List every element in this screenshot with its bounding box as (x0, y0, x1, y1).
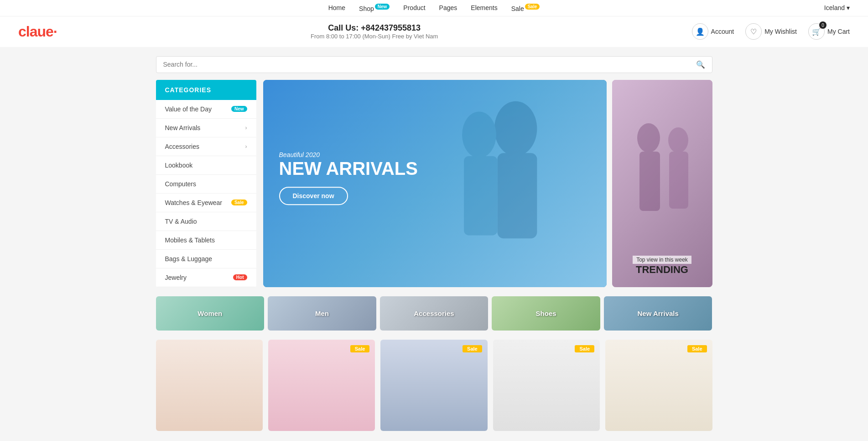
side-banner-title: TRENDING (612, 264, 712, 276)
chevron-right-icon: › (245, 125, 247, 131)
search-input[interactable] (163, 61, 696, 68)
svg-rect-3 (464, 156, 497, 236)
svg-rect-7 (669, 152, 688, 209)
product-card[interactable]: Sale (268, 340, 375, 431)
category-tile-shoes[interactable]: Shoes (492, 296, 600, 331)
header-actions: 👤 Account ♡ My Wishlist 🛒 0 My Cart (692, 23, 850, 40)
main-content: 🔍 CATEGORIES Value of the Day New New Ar… (147, 47, 722, 440)
category-tile-women[interactable]: Women (156, 296, 265, 331)
sidebar-item-label: Bags & Luggage (165, 255, 213, 262)
jewelry-hot-badge: Hot (233, 274, 247, 280)
side-banner-subtitle: Top view in this week (633, 256, 691, 264)
sidebar-item-label: Jewelry (165, 274, 187, 281)
product-card[interactable] (156, 340, 263, 431)
cart-button[interactable]: 🛒 0 My Cart (808, 23, 850, 40)
sidebar-item-mobiles[interactable]: Mobiles & Tablets (156, 231, 256, 250)
svg-rect-5 (639, 152, 660, 211)
category-tile-label: Accessories (414, 310, 454, 317)
sidebar-item-accessories[interactable]: Accessories › (156, 137, 256, 156)
sidebar-item-label: Computers (165, 180, 196, 188)
sale-badge: Sale (350, 345, 370, 352)
nav-shop[interactable]: ShopNew (359, 4, 390, 12)
svg-point-2 (462, 111, 496, 158)
sidebar-item-computers[interactable]: Computers (156, 175, 256, 194)
category-tile-label: Shoes (536, 310, 556, 317)
discover-now-button[interactable]: Discover now (279, 187, 348, 205)
main-banner[interactable]: Beautiful 2020 NEW ARRIVALS Discover now (263, 80, 607, 287)
account-button[interactable]: 👤 Account (692, 23, 734, 40)
category-tile-label: New Arrivals (638, 310, 679, 317)
account-icon: 👤 (692, 23, 708, 40)
sidebar-item-label: Mobiles & Tablets (165, 236, 215, 244)
site-logo[interactable]: claue· (18, 23, 57, 40)
chevron-right-icon: › (245, 143, 247, 150)
heart-icon: ♡ (745, 23, 762, 40)
sidebar-header: CATEGORIES (156, 80, 256, 100)
sale-badge: Sale (525, 4, 540, 10)
banner-main-text: Beautiful 2020 NEW ARRIVALS Discover now (279, 151, 418, 205)
nav-home[interactable]: Home (328, 4, 345, 11)
sidebar-item-label: Accessories (165, 143, 199, 150)
side-banner-text: Top view in this week TRENDING (612, 255, 712, 276)
svg-point-6 (668, 127, 688, 153)
sidebar-item-lookbook[interactable]: Lookbook (156, 156, 256, 175)
svg-point-0 (494, 101, 537, 156)
cart-icon-wrap: 🛒 0 (808, 23, 825, 40)
top-navigation: Home ShopNew Product Pages Elements Sale… (0, 0, 868, 16)
sale-badge: Sale (463, 345, 482, 352)
shop-new-badge: New (375, 4, 390, 10)
nav-elements[interactable]: Elements (471, 4, 497, 11)
sidebar-item-label: New Arrivals (165, 124, 201, 131)
watches-sale-badge: Sale (231, 200, 247, 205)
sale-badge: Sale (687, 345, 707, 352)
svg-rect-1 (497, 153, 537, 238)
search-icon[interactable]: 🔍 (696, 60, 705, 69)
banner-main-image (400, 80, 607, 287)
product-cards: Sale Sale Sale Sale (156, 340, 712, 440)
phone-number: Call Us: +842437955813 (311, 23, 438, 33)
category-tile-label: Men (315, 310, 329, 317)
sidebar: CATEGORIES Value of the Day New New Arri… (156, 80, 256, 287)
svg-point-4 (637, 123, 660, 152)
sidebar-item-bags[interactable]: Bags & Luggage (156, 250, 256, 268)
wishlist-button[interactable]: ♡ My Wishlist (745, 23, 797, 40)
side-banner[interactable]: Top view in this week TRENDING (612, 80, 712, 287)
category-tile-new-arrivals[interactable]: New Arrivals (604, 296, 712, 331)
language-selector[interactable]: Iceland ▾ (824, 4, 850, 11)
product-card[interactable]: Sale (493, 340, 600, 431)
category-tile-men[interactable]: Men (268, 296, 376, 331)
nav-pages[interactable]: Pages (439, 4, 457, 11)
site-header: claue· Call Us: +842437955813 From 8:00 … (0, 16, 868, 47)
nav-product[interactable]: Product (403, 4, 425, 11)
sidebar-item-jewelry[interactable]: Jewelry Hot (156, 268, 256, 287)
sidebar-item-label: Watches & Eyewear (165, 199, 223, 206)
banner-title: NEW ARRIVALS (279, 158, 418, 178)
cart-count: 0 (819, 21, 826, 29)
value-of-day-badge: New (231, 106, 247, 112)
sidebar-item-label: Lookbook (165, 162, 193, 169)
business-hours: From 8:00 to 17:00 (Mon-Sun) Free by Vie… (311, 33, 438, 40)
hero-banners: Beautiful 2020 NEW ARRIVALS Discover now… (263, 80, 712, 287)
category-tiles: Women Men Accessories Shoes New Arrivals (156, 296, 712, 331)
banner-subtitle: Beautiful 2020 (279, 151, 418, 158)
nav-sale[interactable]: SaleSale (511, 4, 540, 12)
sidebar-item-label: TV & Audio (165, 218, 197, 225)
sidebar-item-watches[interactable]: Watches & Eyewear Sale (156, 194, 256, 212)
search-bar: 🔍 (156, 56, 712, 73)
sidebar-item-new-arrivals[interactable]: New Arrivals › (156, 119, 256, 137)
body-layout: CATEGORIES Value of the Day New New Arri… (156, 80, 712, 287)
category-tile-accessories[interactable]: Accessories (380, 296, 489, 331)
category-tile-label: Women (198, 310, 222, 317)
header-contact: Call Us: +842437955813 From 8:00 to 17:0… (311, 23, 438, 40)
sidebar-item-value-of-the-day[interactable]: Value of the Day New (156, 100, 256, 119)
sidebar-item-tv-audio[interactable]: TV & Audio (156, 212, 256, 231)
product-card[interactable]: Sale (605, 340, 712, 431)
sidebar-item-label: Value of the Day (165, 105, 212, 113)
product-card[interactable]: Sale (380, 340, 487, 431)
sale-badge: Sale (575, 345, 594, 352)
chevron-down-icon: ▾ (847, 4, 850, 11)
